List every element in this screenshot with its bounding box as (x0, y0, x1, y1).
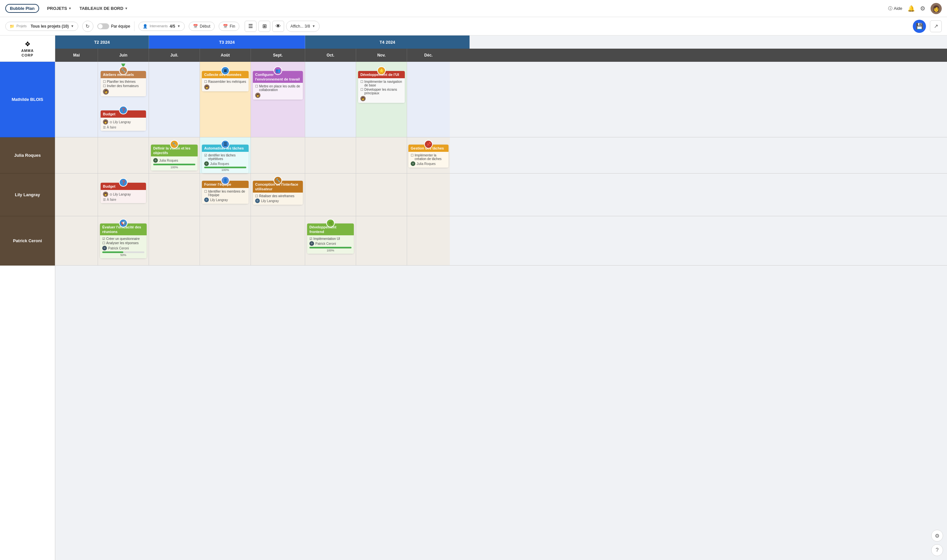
user-avatar[interactable]: 👩 (930, 3, 942, 14)
quarter-t2: T2 2024 (55, 35, 149, 49)
cell-patrick-dec (407, 216, 450, 265)
projects-dropdown[interactable]: 📁 Projets Tous les projets (10) ▼ (5, 22, 78, 31)
cell-patrick-juin: Évaluer l'efficacité des réunions ☑Créer… (98, 216, 149, 265)
save-button[interactable]: 💾 (913, 20, 926, 33)
list-view-button[interactable]: ☰ (245, 21, 257, 32)
calendar-icon: 📅 (193, 24, 198, 29)
bottom-sidebar: ⚙ ? (927, 526, 947, 560)
avatar-collecte: 👩 (204, 85, 209, 90)
icon-vision: 🔧 (170, 140, 179, 149)
company-logo-header: ❖ AMMA CORP (0, 35, 55, 62)
folder-icon: 📁 (9, 24, 14, 29)
chevron-down-icon: ▼ (177, 24, 180, 28)
row-labels-column: ❖ AMMA CORP Mathilde BLOIS Julia Roques … (0, 35, 55, 560)
cell-lily-juin: Budget 👩 ⊙ Lily Langray ☰ À faire ❓ (98, 174, 149, 216)
cell-mathilde-dec (407, 62, 450, 137)
cell-julia-oct (305, 137, 356, 173)
cell-lily-dec (407, 174, 450, 216)
notifications-button[interactable]: 🔔 (907, 5, 915, 12)
cell-patrick-mai (55, 216, 98, 265)
avatar-dev-ui: 👩 (360, 96, 366, 101)
settings-button[interactable]: ⚙ (920, 5, 925, 12)
refresh-button[interactable]: ↻ (82, 21, 93, 32)
icon-dev-ui: ⭐ (377, 66, 386, 75)
month-juil: Juil. (149, 49, 200, 62)
help-icon: ⓘ (888, 6, 892, 11)
nav-tableaux[interactable]: TABLEAUX DE BORD ▼ (80, 6, 128, 11)
icon-collecte: 🖥 (221, 66, 229, 75)
settings-bottom-button[interactable]: ⚙ (931, 530, 943, 542)
nav-right-section: ⓘ Aide 🔔 ⚙ 👩 (888, 3, 942, 14)
month-nov: Nov. (356, 49, 407, 62)
row-patrick: Évaluer l'efficacité des réunions ☑Créer… (55, 216, 947, 266)
intervenants-dropdown[interactable]: 👤 Intervenants 4/5 ▼ (139, 22, 185, 31)
cell-patrick-nov (356, 216, 407, 265)
card-evaluer[interactable]: Évaluer l'efficacité des réunions ☑Créer… (100, 223, 147, 258)
row-label-patrick: Patrick Ceroni (0, 216, 55, 266)
card-configurer[interactable]: Configurer l'environnement de travail ☐M… (253, 71, 303, 100)
icon-budget: ❓ (119, 106, 128, 114)
separator (134, 22, 134, 31)
cell-julia-dec: Gestion des tâches ☐Implémenter la créat… (407, 137, 450, 173)
top-navigation: Bubble Plan PROJETS ▼ TABLEAUX DE BORD ▼… (0, 0, 947, 17)
cell-patrick-oct: Développement frontend ☑Implémentation U… (305, 216, 356, 265)
card-dev-ui[interactable]: Développement de l'UI ☐Implémenter la na… (358, 71, 405, 103)
quarter-t3: T3 2024 (149, 35, 305, 49)
avatar-mathilde-ateliers: 👩 (103, 89, 109, 95)
chevron-down-icon: ▼ (71, 24, 74, 28)
cell-lily-aout: Former l'équipe ☐Identifier les membres … (200, 174, 251, 216)
cell-julia-juin (98, 137, 149, 173)
cell-lily-nov (356, 174, 407, 216)
month-headers: Mai Juin Juil. Août Sept. Oct. Nov. Déc. (55, 49, 947, 62)
month-aout: Août (200, 49, 251, 62)
row-lily: Budget 👩 ⊙ Lily Langray ☰ À faire ❓ (55, 174, 947, 216)
affichage-dropdown[interactable]: Affich... 3/8 ▼ (286, 21, 320, 32)
quarter-headers: T2 2024 T3 2024 T4 2024 (55, 35, 947, 49)
cell-mathilde-nov: Développement de l'UI ☐Implémenter la na… (356, 62, 407, 137)
icon-dev-frontend: 🌿 (326, 219, 335, 228)
month-oct: Oct. (305, 49, 356, 62)
chevron-down-icon: ▼ (312, 24, 315, 28)
icon-evaluer: 📢 (119, 219, 128, 228)
icon-budget-lily: ❓ (119, 178, 128, 187)
cell-mathilde-juil (149, 62, 200, 137)
corp-name: CORP (22, 53, 34, 57)
cell-mathilde-oct (305, 62, 356, 137)
par-equipe-toggle: Par équipe (97, 23, 130, 29)
help-bottom-button[interactable]: ? (931, 544, 943, 556)
cell-patrick-aout (200, 216, 251, 265)
export-button[interactable]: ↗ (930, 20, 942, 32)
toolbar: 📁 Projets Tous les projets (10) ▼ ↻ Par … (0, 17, 947, 35)
cell-lily-oct (305, 174, 356, 216)
cell-julia-aout: Automatiser les tâches ☑dentifier les tâ… (200, 137, 251, 173)
month-dec: Déc. (407, 49, 450, 62)
card-automatiser[interactable]: Automatiser les tâches ☑dentifier les tâ… (202, 145, 249, 173)
avatar-configurer: 👩 (255, 93, 260, 98)
cell-lily-mai (55, 174, 98, 216)
month-juin: Juin (98, 49, 149, 62)
eye-icon[interactable]: 👁 (272, 21, 284, 32)
cell-julia-nov (356, 137, 407, 173)
cell-patrick-sept (251, 216, 305, 265)
fin-filter[interactable]: 📅 Fin (219, 22, 240, 31)
logo[interactable]: Bubble Plan (5, 4, 39, 13)
quarter-t4: T4 2024 (305, 35, 470, 49)
card-dev-frontend[interactable]: Développement frontend ☑Implémentation U… (307, 223, 354, 254)
debut-filter[interactable]: 📅 Début (189, 22, 215, 31)
icon-gestion: 📌 (424, 140, 433, 149)
cell-mathilde-aout: Collecte des données ☐Rassembler les mét… (200, 62, 251, 137)
icon-configurer: 👥 (274, 66, 282, 75)
aide-button[interactable]: ⓘ Aide (888, 6, 902, 11)
cell-mathilde-juin: ▼ Ateliers mensuels ☐Planifier les thème… (98, 62, 149, 137)
amma-name: AMMA (21, 49, 34, 52)
month-mai: Mai (55, 49, 98, 62)
icon-conception: 🔧 (274, 176, 282, 185)
row-julia: Définir la vision et les objectifs ⊙ Jul… (55, 137, 947, 174)
person-icon: 👤 (143, 24, 148, 29)
row-label-julia: Julia Roques (0, 137, 55, 174)
nav-projets[interactable]: PROJETS ▼ (47, 6, 72, 11)
icon-former: 👤 (221, 176, 229, 185)
grid-view-button[interactable]: ⊞ (259, 21, 270, 32)
calendar-icon: 📅 (223, 24, 228, 29)
icon-ateliers: 🔧 (119, 66, 128, 75)
